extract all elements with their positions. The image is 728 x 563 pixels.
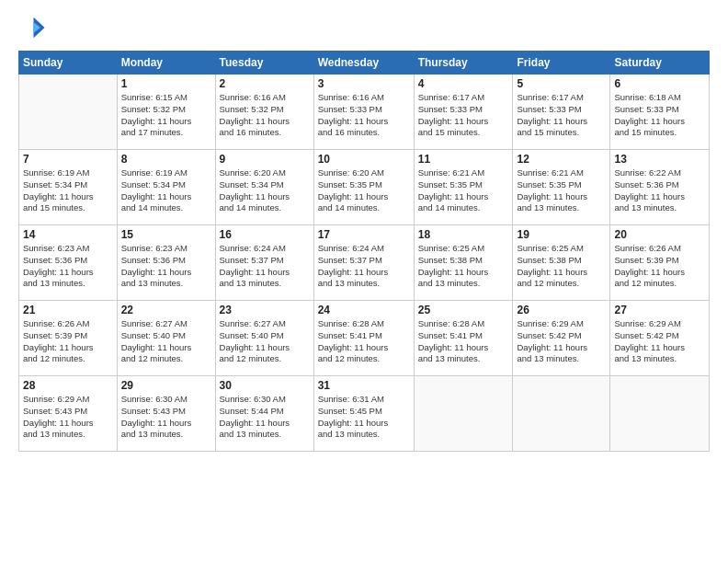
day-info: Sunrise: 6:21 AMSunset: 5:35 PMDaylight:… — [517, 167, 606, 214]
calendar-cell: 11Sunrise: 6:21 AMSunset: 5:35 PMDayligh… — [414, 150, 513, 225]
day-number: 31 — [318, 379, 410, 392]
day-info: Sunrise: 6:15 AMSunset: 5:32 PMDaylight:… — [121, 92, 211, 139]
day-number: 7 — [23, 153, 113, 166]
page: SundayMondayTuesdayWednesdayThursdayFrid… — [0, 0, 728, 563]
calendar-cell — [19, 75, 118, 150]
calendar-cell: 27Sunrise: 6:29 AMSunset: 5:42 PMDayligh… — [610, 301, 710, 376]
day-number: 1 — [121, 77, 211, 90]
logo-icon — [18, 14, 46, 41]
day-number: 25 — [418, 304, 509, 316]
calendar-cell: 24Sunrise: 6:28 AMSunset: 5:41 PMDayligh… — [313, 301, 414, 376]
day-info: Sunrise: 6:26 AMSunset: 5:39 PMDaylight:… — [23, 318, 113, 365]
calendar-table: SundayMondayTuesdayWednesdayThursdayFrid… — [18, 51, 710, 452]
calendar-cell: 21Sunrise: 6:26 AMSunset: 5:39 PMDayligh… — [19, 301, 118, 376]
day-header-saturday: Saturday — [610, 52, 710, 75]
day-info: Sunrise: 6:28 AMSunset: 5:41 PMDaylight:… — [418, 318, 509, 365]
day-info: Sunrise: 6:20 AMSunset: 5:35 PMDaylight:… — [318, 167, 410, 214]
day-info: Sunrise: 6:30 AMSunset: 5:44 PMDaylight:… — [220, 394, 310, 441]
calendar-week-1: 1Sunrise: 6:15 AMSunset: 5:32 PMDaylight… — [19, 75, 710, 150]
day-number: 19 — [517, 228, 606, 241]
day-number: 21 — [23, 304, 113, 316]
calendar-cell: 26Sunrise: 6:29 AMSunset: 5:42 PMDayligh… — [513, 301, 610, 376]
day-number: 24 — [318, 304, 410, 316]
calendar-cell: 9Sunrise: 6:20 AMSunset: 5:34 PMDaylight… — [215, 150, 313, 225]
day-info: Sunrise: 6:29 AMSunset: 5:42 PMDaylight:… — [614, 318, 705, 365]
calendar-cell — [414, 376, 513, 452]
day-number: 22 — [121, 304, 211, 316]
day-info: Sunrise: 6:23 AMSunset: 5:36 PMDaylight:… — [23, 243, 113, 290]
calendar-cell: 6Sunrise: 6:18 AMSunset: 5:33 PMDaylight… — [610, 75, 710, 150]
calendar-week-4: 21Sunrise: 6:26 AMSunset: 5:39 PMDayligh… — [19, 301, 710, 376]
calendar-cell: 23Sunrise: 6:27 AMSunset: 5:40 PMDayligh… — [215, 301, 313, 376]
day-info: Sunrise: 6:17 AMSunset: 5:33 PMDaylight:… — [418, 92, 509, 139]
day-info: Sunrise: 6:28 AMSunset: 5:41 PMDaylight:… — [318, 318, 410, 365]
logo — [18, 14, 50, 41]
header — [18, 14, 710, 41]
day-number: 8 — [121, 153, 211, 166]
day-header-thursday: Thursday — [414, 52, 513, 75]
calendar-cell: 20Sunrise: 6:26 AMSunset: 5:39 PMDayligh… — [610, 225, 710, 301]
day-info: Sunrise: 6:18 AMSunset: 5:33 PMDaylight:… — [614, 92, 705, 139]
day-number: 5 — [517, 77, 606, 90]
day-number: 14 — [23, 228, 113, 241]
day-number: 29 — [121, 379, 211, 392]
day-info: Sunrise: 6:26 AMSunset: 5:39 PMDaylight:… — [614, 243, 705, 290]
calendar-cell: 8Sunrise: 6:19 AMSunset: 5:34 PMDaylight… — [117, 150, 215, 225]
day-info: Sunrise: 6:19 AMSunset: 5:34 PMDaylight:… — [23, 167, 113, 214]
calendar-week-5: 28Sunrise: 6:29 AMSunset: 5:43 PMDayligh… — [19, 376, 710, 452]
calendar-cell: 15Sunrise: 6:23 AMSunset: 5:36 PMDayligh… — [117, 225, 215, 301]
calendar-cell: 22Sunrise: 6:27 AMSunset: 5:40 PMDayligh… — [117, 301, 215, 376]
day-number: 6 — [614, 77, 705, 90]
day-info: Sunrise: 6:25 AMSunset: 5:38 PMDaylight:… — [418, 243, 509, 290]
calendar-week-3: 14Sunrise: 6:23 AMSunset: 5:36 PMDayligh… — [19, 225, 710, 301]
day-header-wednesday: Wednesday — [313, 52, 414, 75]
calendar-cell: 18Sunrise: 6:25 AMSunset: 5:38 PMDayligh… — [414, 225, 513, 301]
calendar-cell — [610, 376, 710, 452]
calendar-header-row: SundayMondayTuesdayWednesdayThursdayFrid… — [19, 52, 710, 75]
day-info: Sunrise: 6:19 AMSunset: 5:34 PMDaylight:… — [121, 167, 211, 214]
day-header-monday: Monday — [117, 52, 215, 75]
day-info: Sunrise: 6:29 AMSunset: 5:42 PMDaylight:… — [517, 318, 606, 365]
day-number: 26 — [517, 304, 606, 316]
day-number: 4 — [418, 77, 509, 90]
calendar-cell — [513, 376, 610, 452]
day-info: Sunrise: 6:20 AMSunset: 5:34 PMDaylight:… — [220, 167, 310, 214]
day-number: 28 — [23, 379, 113, 392]
calendar-cell: 30Sunrise: 6:30 AMSunset: 5:44 PMDayligh… — [215, 376, 313, 452]
day-number: 30 — [220, 379, 310, 392]
day-header-sunday: Sunday — [19, 52, 118, 75]
calendar-cell: 1Sunrise: 6:15 AMSunset: 5:32 PMDaylight… — [117, 75, 215, 150]
calendar-cell: 13Sunrise: 6:22 AMSunset: 5:36 PMDayligh… — [610, 150, 710, 225]
calendar-week-2: 7Sunrise: 6:19 AMSunset: 5:34 PMDaylight… — [19, 150, 710, 225]
calendar-cell: 14Sunrise: 6:23 AMSunset: 5:36 PMDayligh… — [19, 225, 118, 301]
day-info: Sunrise: 6:24 AMSunset: 5:37 PMDaylight:… — [220, 243, 310, 290]
day-info: Sunrise: 6:29 AMSunset: 5:43 PMDaylight:… — [23, 394, 113, 441]
day-info: Sunrise: 6:16 AMSunset: 5:33 PMDaylight:… — [318, 92, 410, 139]
calendar-cell: 10Sunrise: 6:20 AMSunset: 5:35 PMDayligh… — [313, 150, 414, 225]
day-info: Sunrise: 6:21 AMSunset: 5:35 PMDaylight:… — [418, 167, 509, 214]
day-info: Sunrise: 6:23 AMSunset: 5:36 PMDaylight:… — [121, 243, 211, 290]
day-info: Sunrise: 6:25 AMSunset: 5:38 PMDaylight:… — [517, 243, 606, 290]
day-number: 23 — [220, 304, 310, 316]
calendar-cell: 28Sunrise: 6:29 AMSunset: 5:43 PMDayligh… — [19, 376, 118, 452]
day-header-tuesday: Tuesday — [215, 52, 313, 75]
day-info: Sunrise: 6:22 AMSunset: 5:36 PMDaylight:… — [614, 167, 705, 214]
day-number: 18 — [418, 228, 509, 241]
day-info: Sunrise: 6:24 AMSunset: 5:37 PMDaylight:… — [318, 243, 410, 290]
day-number: 16 — [220, 228, 310, 241]
day-number: 11 — [418, 153, 509, 166]
calendar-cell: 17Sunrise: 6:24 AMSunset: 5:37 PMDayligh… — [313, 225, 414, 301]
day-info: Sunrise: 6:27 AMSunset: 5:40 PMDaylight:… — [220, 318, 310, 365]
calendar-cell: 19Sunrise: 6:25 AMSunset: 5:38 PMDayligh… — [513, 225, 610, 301]
day-number: 12 — [517, 153, 606, 166]
calendar-cell: 2Sunrise: 6:16 AMSunset: 5:32 PMDaylight… — [215, 75, 313, 150]
day-number: 20 — [614, 228, 705, 241]
calendar-cell: 16Sunrise: 6:24 AMSunset: 5:37 PMDayligh… — [215, 225, 313, 301]
day-number: 13 — [614, 153, 705, 166]
day-number: 15 — [121, 228, 211, 241]
day-info: Sunrise: 6:16 AMSunset: 5:32 PMDaylight:… — [220, 92, 310, 139]
day-number: 27 — [614, 304, 705, 316]
day-number: 9 — [220, 153, 310, 166]
day-info: Sunrise: 6:30 AMSunset: 5:43 PMDaylight:… — [121, 394, 211, 441]
day-number: 10 — [318, 153, 410, 166]
